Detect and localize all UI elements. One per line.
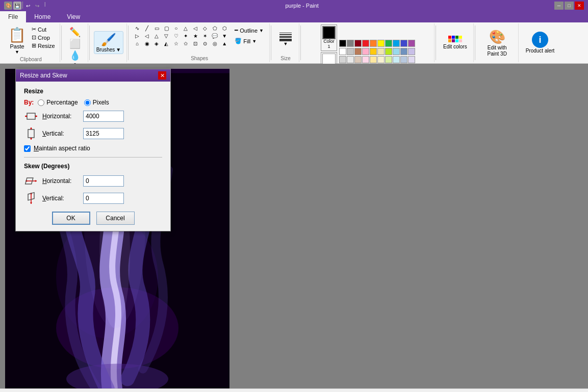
- cut-button[interactable]: ✂ Cut: [30, 25, 57, 33]
- fill-button[interactable]: 🪣 Fill ▼: [232, 37, 266, 45]
- shape-star5[interactable]: ★: [191, 32, 200, 39]
- shape-star6[interactable]: ✶: [200, 32, 210, 39]
- dropper-icon[interactable]: 💧: [69, 50, 81, 61]
- cancel-button[interactable]: Cancel: [96, 212, 135, 225]
- swatch-gold[interactable]: [370, 48, 377, 55]
- swatch-e7[interactable]: [385, 56, 392, 63]
- swatch-e6[interactable]: [377, 56, 385, 63]
- close-button[interactable]: ✕: [575, 2, 584, 10]
- size-button[interactable]: ▼: [275, 32, 296, 47]
- size-dropdown[interactable]: ▼: [284, 41, 288, 46]
- shape-r6[interactable]: ✩: [181, 40, 190, 47]
- swatch-darkred[interactable]: [354, 40, 362, 47]
- eraser-icon[interactable]: ⬜: [69, 38, 81, 49]
- dialog-title-bar[interactable]: Resize and Skew ✕: [16, 69, 170, 82]
- save-icon[interactable]: 💾: [13, 2, 21, 10]
- redo-icon[interactable]: ↪: [33, 2, 41, 10]
- shape-rtri[interactable]: ◁: [191, 24, 200, 32]
- shape-arrow-l[interactable]: ◁: [142, 32, 151, 39]
- shape-arrow-d[interactable]: ▽: [162, 32, 171, 39]
- percentage-radio[interactable]: [38, 99, 44, 106]
- shape-r3[interactable]: ◈: [152, 40, 161, 47]
- shape-r1[interactable]: ⌂: [133, 40, 142, 47]
- shape-tri[interactable]: △: [181, 24, 190, 32]
- fill-dropdown[interactable]: ▼: [252, 39, 257, 44]
- shape-rect[interactable]: ▭: [152, 24, 161, 32]
- pencil-icon[interactable]: ✏️: [69, 27, 81, 38]
- shape-callout[interactable]: 💬: [210, 32, 219, 39]
- shape-r10[interactable]: ▲: [220, 40, 229, 47]
- swatch-green[interactable]: [385, 40, 392, 47]
- shape-hexa[interactable]: ⬡: [220, 24, 229, 32]
- swatch-e4[interactable]: [362, 56, 369, 63]
- shape-rrect[interactable]: ▢: [162, 24, 171, 32]
- shape-penta[interactable]: ⬠: [210, 24, 219, 32]
- tab-file[interactable]: File: [0, 11, 26, 22]
- brushes-button[interactable]: 🖌️ Brushes ▼: [94, 31, 124, 54]
- swatch-cream[interactable]: [377, 48, 385, 55]
- brushes-dropdown[interactable]: ▼: [116, 47, 121, 53]
- swatch-e5[interactable]: [370, 56, 377, 63]
- swatch-gray[interactable]: [347, 40, 354, 47]
- tab-home[interactable]: Home: [26, 11, 59, 22]
- swatch-black[interactable]: [339, 40, 346, 47]
- swatch-orange[interactable]: [370, 40, 377, 47]
- swatch-e2[interactable]: [347, 56, 354, 63]
- shape-star4[interactable]: ✦: [181, 32, 190, 39]
- horizontal-skew-input[interactable]: [83, 175, 124, 187]
- shape-heart[interactable]: ♡: [171, 32, 181, 39]
- outline-button[interactable]: ━ Outline ▼: [232, 26, 266, 35]
- swatch-pink[interactable]: [362, 48, 369, 55]
- swatch-lime[interactable]: [385, 48, 392, 55]
- shape-arrow-r[interactable]: ▷: [133, 32, 142, 39]
- pixels-option[interactable]: Pixels: [84, 99, 109, 106]
- shape-line[interactable]: ╱: [142, 24, 151, 32]
- swatch-e9[interactable]: [400, 56, 407, 63]
- tab-view[interactable]: View: [59, 11, 88, 22]
- dialog-close-button[interactable]: ✕: [158, 71, 166, 80]
- edit-colors-button[interactable]: Edit colors: [440, 35, 470, 51]
- swatch-purple[interactable]: [408, 40, 415, 47]
- shape-r2[interactable]: ◉: [142, 40, 151, 47]
- paste-button[interactable]: 📋 Paste ▼: [5, 25, 29, 56]
- swatch-indigo[interactable]: [400, 40, 407, 47]
- shape-curve[interactable]: ∿: [133, 24, 142, 32]
- vertical-skew-input[interactable]: [83, 193, 124, 204]
- swatch-blue[interactable]: [393, 40, 400, 47]
- shape-r8[interactable]: ⊙: [200, 40, 210, 47]
- swatch-e3[interactable]: [354, 56, 362, 63]
- shape-diamond[interactable]: ◇: [200, 24, 210, 32]
- shape-ellipse[interactable]: ○: [171, 24, 181, 32]
- shape-more[interactable]: ▼: [220, 32, 229, 39]
- shape-arrow-u[interactable]: △: [152, 32, 161, 39]
- product-alert-button[interactable]: i Product alert: [523, 31, 558, 55]
- swatch-red[interactable]: [362, 40, 369, 47]
- vertical-resize-input[interactable]: [83, 128, 124, 139]
- swatch-lavender[interactable]: [408, 48, 415, 55]
- horizontal-resize-input[interactable]: [83, 111, 124, 122]
- minimize-button[interactable]: ─: [554, 2, 564, 10]
- resize-button[interactable]: ⊞ Resize: [30, 42, 57, 49]
- outline-dropdown[interactable]: ▼: [259, 28, 264, 33]
- percentage-option[interactable]: Percentage: [38, 99, 78, 106]
- color1-button[interactable]: Color1: [321, 24, 337, 51]
- swatch-e10[interactable]: [408, 56, 415, 63]
- swatch-lightgray[interactable]: [347, 48, 354, 55]
- swatch-e1[interactable]: [339, 56, 346, 63]
- paint3d-button[interactable]: 🎨 Edit with Paint 3D: [479, 28, 515, 58]
- maximize-button[interactable]: □: [565, 2, 574, 10]
- crop-button[interactable]: ⊡ Crop: [30, 34, 57, 41]
- swatch-lightblue[interactable]: [393, 48, 400, 55]
- swatch-white[interactable]: [339, 48, 346, 55]
- swatch-steelblue[interactable]: [400, 48, 407, 55]
- paste-dropdown[interactable]: ▼: [15, 49, 19, 55]
- ok-button[interactable]: OK: [52, 212, 90, 225]
- shape-r9[interactable]: ◎: [210, 40, 219, 47]
- undo-icon[interactable]: ↩: [24, 2, 32, 10]
- shape-r4[interactable]: ◭: [162, 40, 171, 47]
- shape-r5[interactable]: ☆: [171, 40, 181, 47]
- swatch-yellow[interactable]: [377, 40, 385, 47]
- swatch-tan[interactable]: [354, 48, 362, 55]
- shape-r7[interactable]: ⊡: [191, 40, 200, 47]
- pixels-radio[interactable]: [84, 99, 91, 106]
